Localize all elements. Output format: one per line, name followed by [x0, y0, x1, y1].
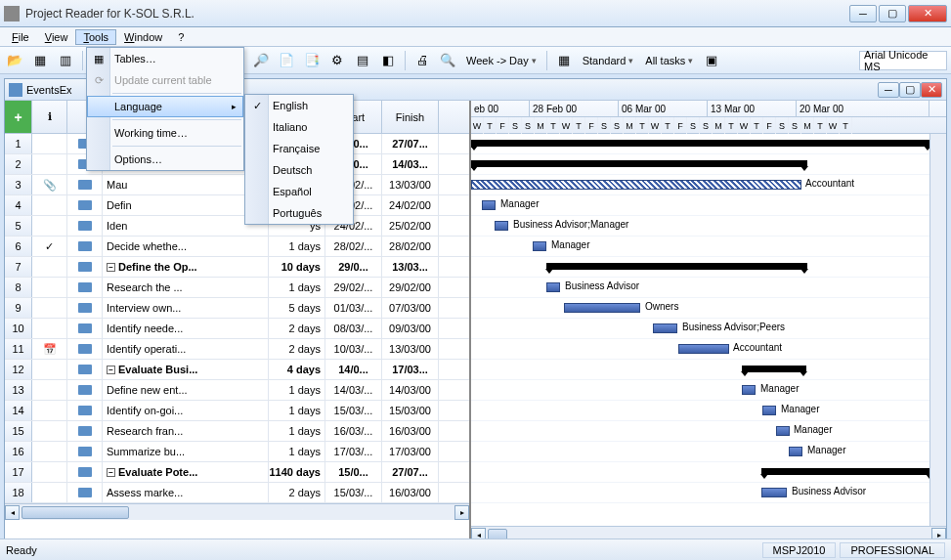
- task-name-cell[interactable]: −Evaluate Busi...: [103, 360, 269, 379]
- start-cell[interactable]: 16/03/...: [325, 421, 382, 441]
- preview-icon[interactable]: 🔍: [437, 50, 458, 71]
- row-number[interactable]: 17: [5, 462, 32, 482]
- row-number[interactable]: 12: [5, 360, 32, 379]
- duration-cell[interactable]: 1 days: [269, 237, 325, 256]
- menu-language[interactable]: Language▸: [87, 96, 243, 117]
- gantt-bar[interactable]: [471, 180, 801, 190]
- gantt-bar[interactable]: [533, 241, 546, 251]
- row-number[interactable]: 5: [5, 216, 32, 236]
- menu-view[interactable]: View: [37, 29, 76, 45]
- start-cell[interactable]: 28/02/...: [325, 237, 382, 256]
- task-name-cell[interactable]: Research the ...: [103, 278, 269, 297]
- table-row[interactable]: 15Research fran...1 days16/03/...16/03/0…: [5, 421, 469, 442]
- gantt-bar[interactable]: [653, 323, 677, 333]
- table-row[interactable]: 11📅Identify operati...2 days10/03/...13/…: [5, 339, 469, 360]
- table-row[interactable]: 8Research the ...1 days29/02/...29/02/00: [5, 278, 469, 298]
- finish-cell[interactable]: 16/03/00: [382, 421, 439, 441]
- finish-cell[interactable]: 27/07...: [382, 134, 439, 153]
- paste-icon[interactable]: 📑: [301, 50, 323, 71]
- table-row[interactable]: 7−Define the Op...10 days29/0...13/03...: [5, 257, 469, 278]
- menu-window[interactable]: Window: [116, 29, 170, 45]
- close-button[interactable]: ✕: [908, 5, 947, 22]
- task-name-cell[interactable]: −Define the Op...: [103, 257, 269, 277]
- table-row[interactable]: 6✓Decide whethe...1 days28/02/...28/02/0…: [5, 237, 469, 257]
- finish-cell[interactable]: 14/03/00: [382, 380, 439, 400]
- start-cell[interactable]: 29/02/...: [325, 278, 382, 297]
- gantt-bar[interactable]: [482, 200, 496, 210]
- duration-cell[interactable]: 2 days: [269, 483, 325, 502]
- lang-portugues[interactable]: Português: [245, 202, 353, 224]
- print-icon[interactable]: 🖨: [411, 50, 433, 71]
- doc-minimize-button[interactable]: ─: [878, 82, 899, 98]
- zoom-icon[interactable]: 🔎: [250, 50, 272, 71]
- table-row[interactable]: 5Idenys24/02/...25/02/00: [5, 216, 469, 237]
- duration-cell[interactable]: 4 days: [269, 360, 325, 379]
- start-cell[interactable]: 01/03/...: [325, 298, 382, 318]
- grid-hscroll[interactable]: ◂ ▸: [5, 503, 469, 520]
- finish-cell[interactable]: 16/03/00: [382, 483, 439, 502]
- table-row[interactable]: 9Interview own...5 days01/03/...07/03/00: [5, 298, 469, 319]
- finish-cell[interactable]: 29/02/00: [382, 278, 439, 297]
- table-row[interactable]: 13Define new ent...1 days14/03/...14/03/…: [5, 380, 469, 401]
- start-cell[interactable]: 14/0...: [325, 360, 382, 379]
- row-number[interactable]: 9: [5, 298, 32, 318]
- menu-options[interactable]: Options…: [87, 149, 243, 170]
- finish-cell[interactable]: 13/03/00: [382, 175, 439, 194]
- col-finish[interactable]: Finish: [382, 101, 439, 133]
- menu-working-time[interactable]: Working time…: [87, 122, 243, 144]
- start-cell[interactable]: 15/03/...: [325, 401, 382, 420]
- row-number[interactable]: 2: [5, 154, 32, 174]
- row-number[interactable]: 16: [5, 442, 32, 461]
- finish-cell[interactable]: 13/03...: [382, 257, 439, 277]
- finish-cell[interactable]: 13/03/00: [382, 339, 439, 359]
- menu-tools[interactable]: Tools: [75, 29, 116, 45]
- task-name-cell[interactable]: −Evaluate Pote...: [103, 462, 269, 482]
- duration-cell[interactable]: 1 days: [269, 442, 325, 461]
- finish-cell[interactable]: 24/02/00: [382, 195, 439, 215]
- table-row[interactable]: 14Identify on-goi...1 days15/03/...15/03…: [5, 401, 469, 421]
- doc-maximize-button[interactable]: ▢: [899, 82, 921, 98]
- table-dropdown[interactable]: Standard: [579, 55, 638, 66]
- finish-cell[interactable]: 25/02/00: [382, 216, 439, 236]
- outline-toggle-icon[interactable]: −: [107, 263, 115, 272]
- start-cell[interactable]: 08/03/...: [325, 319, 382, 338]
- scroll-right-icon[interactable]: ▸: [454, 505, 469, 520]
- gantt-bar[interactable]: [564, 303, 640, 313]
- gantt-bar[interactable]: [761, 488, 787, 497]
- task-name-cell[interactable]: Interview own...: [103, 298, 269, 318]
- outline-toggle-icon[interactable]: −: [107, 366, 115, 374]
- start-cell[interactable]: 15/0...: [325, 462, 382, 482]
- row-number[interactable]: 15: [5, 421, 32, 441]
- filter-dropdown[interactable]: All tasks: [641, 55, 697, 66]
- toolbar-btn-13[interactable]: ◧: [377, 50, 399, 71]
- duration-cell[interactable]: 5 days: [269, 298, 325, 318]
- row-number[interactable]: 11: [5, 339, 32, 359]
- table-row[interactable]: 17−Evaluate Pote...1140 days15/0...27/07…: [5, 462, 469, 483]
- finish-cell[interactable]: 28/02/00: [382, 237, 439, 256]
- row-number[interactable]: 10: [5, 319, 32, 338]
- gantt-vscroll[interactable]: [929, 134, 946, 526]
- task-name-cell[interactable]: Identify neede...: [103, 319, 269, 338]
- copy-icon[interactable]: 📄: [276, 50, 297, 71]
- duration-cell[interactable]: 1 days: [269, 278, 325, 297]
- start-cell[interactable]: 29/0...: [325, 257, 382, 277]
- table-icon[interactable]: ▦: [553, 50, 575, 71]
- duration-cell[interactable]: 2 days: [269, 339, 325, 359]
- gantt-bar[interactable]: [546, 282, 560, 292]
- menu-file[interactable]: File: [4, 29, 37, 45]
- outline-toggle-icon[interactable]: −: [107, 468, 115, 477]
- finish-cell[interactable]: 17/03...: [382, 360, 439, 379]
- gantt-bar[interactable]: [776, 426, 790, 436]
- duration-cell[interactable]: 2 days: [269, 319, 325, 338]
- row-number[interactable]: 14: [5, 401, 32, 420]
- row-number[interactable]: 7: [5, 257, 32, 277]
- lang-deutsch[interactable]: Deutsch: [245, 159, 353, 181]
- gantt-bar[interactable]: [495, 221, 508, 231]
- zoom-dropdown[interactable]: Week -> Day: [462, 55, 540, 66]
- table-row[interactable]: 12−Evaluate Busi...4 days14/0...17/03...: [5, 360, 469, 380]
- duration-cell[interactable]: 1 days: [269, 401, 325, 420]
- duration-cell[interactable]: 1 days: [269, 421, 325, 441]
- gantt-icon[interactable]: ▤: [352, 50, 373, 71]
- task-name-cell[interactable]: Research fran...: [103, 421, 269, 441]
- maximize-button[interactable]: ▢: [879, 5, 906, 22]
